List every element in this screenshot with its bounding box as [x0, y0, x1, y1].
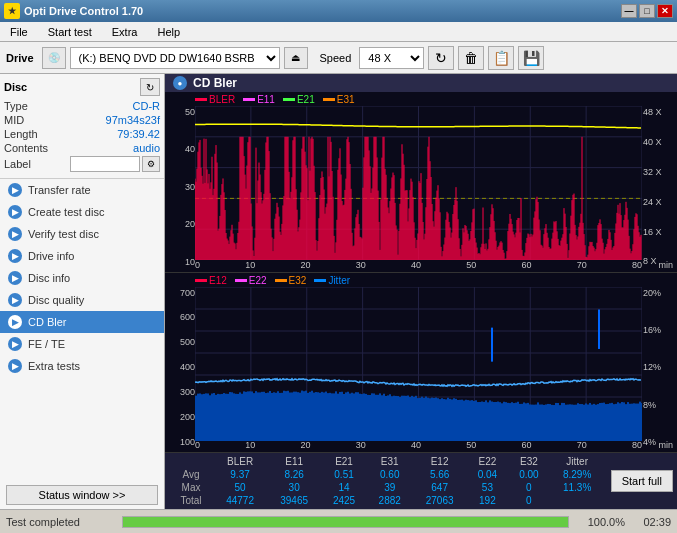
sidebar: Disc ↻ Type CD-R MID 97m34s23f Length 79… — [0, 74, 165, 509]
chart-title-bar: ● CD Bler — [165, 74, 677, 92]
disc-title: Disc — [4, 81, 27, 93]
menu-start-test[interactable]: Start test — [42, 25, 98, 39]
drive-bar: Drive 💿 (K:) BENQ DVD DD DW1640 BSRB ⏏ S… — [0, 42, 677, 74]
menu-extra[interactable]: Extra — [106, 25, 144, 39]
stats-header-e31: E31 — [367, 455, 413, 468]
disc-label-label: Label — [4, 158, 31, 170]
bottom-y-axis-right: 20% 16% 12% 8% 4% — [643, 273, 675, 453]
stats-row-avg: Avg 9.37 8.26 0.51 0.60 5.66 0.04 0.00 8… — [169, 468, 605, 481]
stats-table: BLER E11 E21 E31 E12 E22 E32 Jitter Avg — [169, 455, 605, 507]
menu-bar: File Start test Extra Help — [0, 22, 677, 42]
progress-container — [122, 516, 569, 528]
stats-row-max: Max 50 30 14 39 647 53 0 11.3% — [169, 481, 605, 494]
nav-cd-bler[interactable]: ▶ CD Bler — [0, 311, 164, 333]
speed-select[interactable]: 48 X — [359, 47, 424, 69]
bottom-chart: E12 E22 E32 Jitter — [165, 273, 677, 453]
app-title: Opti Drive Control 1.70 — [24, 5, 143, 17]
legend-e21: E21 — [283, 94, 315, 105]
bottom-legend: E12 E22 E32 Jitter — [195, 275, 350, 286]
minimize-button[interactable]: — — [621, 4, 637, 18]
nav-dot-cd-bler: ▶ — [8, 315, 22, 329]
menu-help[interactable]: Help — [151, 25, 186, 39]
copy-button[interactable]: 📋 — [488, 46, 514, 70]
disc-mid-label: MID — [4, 114, 24, 126]
chart-title: CD Bler — [193, 76, 237, 90]
top-y-axis-right: 48 X 40 X 32 X 24 X 16 X 8 X — [643, 92, 675, 272]
disc-panel: Disc ↻ Type CD-R MID 97m34s23f Length 79… — [0, 74, 164, 179]
app-icon: ★ — [4, 3, 20, 19]
top-legend: BLER E11 E21 E31 — [195, 94, 355, 105]
disc-type-row: Type CD-R — [4, 100, 160, 112]
top-chart: BLER E11 E21 E31 — [165, 92, 677, 273]
legend-jitter: Jitter — [314, 275, 350, 286]
bottom-chart-canvas — [195, 287, 642, 441]
stats-header-empty — [169, 455, 213, 468]
disc-contents-label: Contents — [4, 142, 48, 154]
legend-e11: E11 — [243, 94, 275, 105]
nav-dot-drive-info: ▶ — [8, 249, 22, 263]
nav-disc-quality[interactable]: ▶ Disc quality — [0, 289, 164, 311]
nav-fe-te[interactable]: ▶ FE / TE — [0, 333, 164, 355]
nav-drive-info[interactable]: ▶ Drive info — [0, 245, 164, 267]
stats-header-e12: E12 — [413, 455, 467, 468]
disc-length-row: Length 79:39.42 — [4, 128, 160, 140]
legend-e31: E31 — [323, 94, 355, 105]
erase-button[interactable]: 🗑 — [458, 46, 484, 70]
menu-file[interactable]: File — [4, 25, 34, 39]
disc-mid-row: MID 97m34s23f — [4, 114, 160, 126]
status-bar: Test completed 100.0% 02:39 — [0, 509, 677, 533]
nav-dot-fe-te: ▶ — [8, 337, 22, 351]
top-y-axis-left: 50 40 30 20 10 — [167, 92, 195, 272]
disc-contents-row: Contents audio — [4, 142, 160, 154]
speed-label: Speed — [320, 52, 352, 64]
label-icon-button[interactable]: ⚙ — [142, 156, 160, 172]
legend-e12: E12 — [195, 275, 227, 286]
status-text: Test completed — [6, 516, 116, 528]
status-time: 02:39 — [631, 516, 671, 528]
drive-label: Drive — [6, 52, 34, 64]
stats-header-bler: BLER — [213, 455, 267, 468]
drive-select[interactable]: (K:) BENQ DVD DD DW1640 BSRB — [70, 47, 280, 69]
nav-create-test-disc[interactable]: ▶ Create test disc — [0, 201, 164, 223]
disc-contents-value: audio — [133, 142, 160, 154]
main-layout: Disc ↻ Type CD-R MID 97m34s23f Length 79… — [0, 74, 677, 509]
legend-e22: E22 — [235, 275, 267, 286]
disc-mid-value: 97m34s23f — [106, 114, 160, 126]
refresh-button[interactable]: ↻ — [428, 46, 454, 70]
drive-icon-btn: 💿 — [42, 47, 66, 69]
nav-disc-info[interactable]: ▶ Disc info — [0, 267, 164, 289]
disc-refresh-button[interactable]: ↻ — [140, 78, 160, 96]
nav-verify-test-disc[interactable]: ▶ Verify test disc — [0, 223, 164, 245]
nav-dot-disc-quality: ▶ — [8, 293, 22, 307]
close-button[interactable]: ✕ — [657, 4, 673, 18]
bottom-x-axis: 0 10 20 30 40 50 60 70 80 — [195, 440, 642, 450]
nav-dot-disc-info: ▶ — [8, 271, 22, 285]
stats-header-e32: E32 — [508, 455, 549, 468]
nav-dot-verify: ▶ — [8, 227, 22, 241]
stats-row-total: Total 44772 39465 2425 2882 27063 192 0 — [169, 494, 605, 507]
nav-dot-extra-tests: ▶ — [8, 359, 22, 373]
top-x-axis: 0 10 20 30 40 50 60 70 80 — [195, 260, 642, 270]
disc-label-row: Label ⚙ — [4, 156, 160, 172]
disc-label-input[interactable] — [70, 156, 140, 172]
stats-header-e21: E21 — [321, 455, 367, 468]
progress-percent: 100.0% — [575, 516, 625, 528]
charts-container: BLER E11 E21 E31 — [165, 92, 677, 452]
legend-e32: E32 — [275, 275, 307, 286]
nav-dot-create: ▶ — [8, 205, 22, 219]
chart-title-icon: ● — [173, 76, 187, 90]
nav-dot-transfer-rate: ▶ — [8, 183, 22, 197]
stats-header-e22: E22 — [467, 455, 508, 468]
disc-length-label: Length — [4, 128, 38, 140]
eject-button[interactable]: ⏏ — [284, 47, 308, 69]
nav-extra-tests[interactable]: ▶ Extra tests — [0, 355, 164, 377]
start-full-button[interactable]: Start full — [611, 470, 673, 492]
stats-bar: BLER E11 E21 E31 E12 E22 E32 Jitter Avg — [165, 452, 677, 509]
status-window-button[interactable]: Status window >> — [6, 485, 158, 505]
nav-transfer-rate[interactable]: ▶ Transfer rate — [0, 179, 164, 201]
save-button[interactable]: 💾 — [518, 46, 544, 70]
stats-header-jitter: Jitter — [550, 455, 605, 468]
title-bar: ★ Opti Drive Control 1.70 — □ ✕ — [0, 0, 677, 22]
maximize-button[interactable]: □ — [639, 4, 655, 18]
bottom-y-axis-left: 700 600 500 400 300 200 100 — [167, 273, 195, 453]
